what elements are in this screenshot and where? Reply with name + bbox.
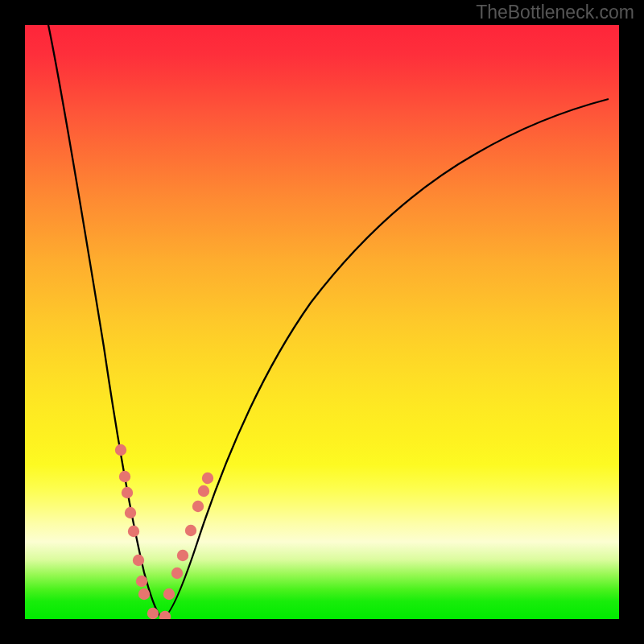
data-dot	[171, 568, 183, 579]
data-dot	[125, 507, 136, 518]
data-dot	[147, 608, 159, 619]
data-dot	[202, 473, 213, 484]
data-dot	[163, 588, 175, 600]
data-dot	[185, 525, 196, 536]
data-dot	[133, 555, 144, 566]
watermark-text: TheBottleneck.com	[476, 2, 634, 23]
data-dot	[122, 487, 133, 498]
data-dot	[198, 485, 209, 497]
chart-frame: TheBottleneck.com	[0, 0, 644, 644]
data-dot	[192, 501, 204, 512]
data-dot	[115, 444, 126, 456]
curve-svg	[25, 25, 619, 619]
data-dot	[138, 588, 150, 600]
data-dot	[128, 526, 139, 537]
data-dot	[177, 550, 188, 561]
data-dot	[119, 471, 130, 482]
data-dot	[136, 576, 147, 587]
plot-area	[25, 25, 619, 619]
